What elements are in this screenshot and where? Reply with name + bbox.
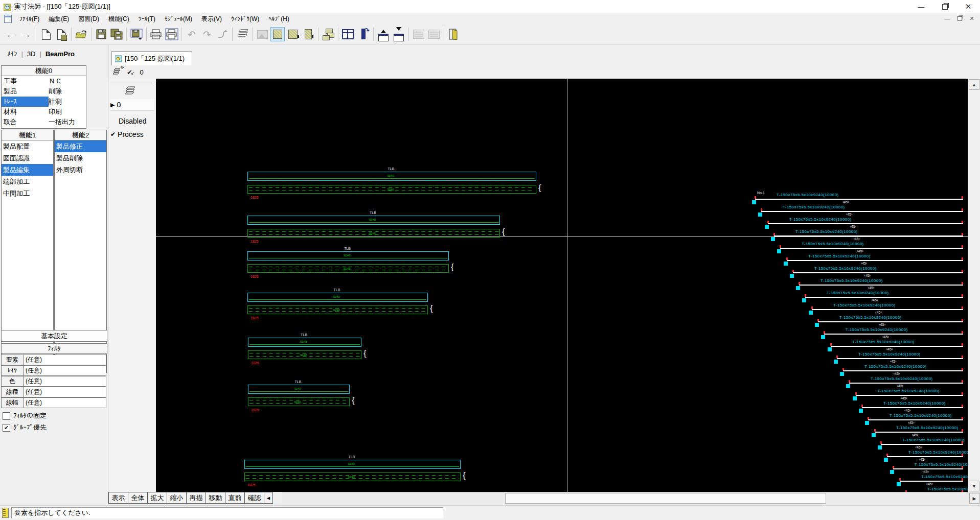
member-row-6-line[interactable] <box>793 272 963 273</box>
member-row-20-line[interactable] <box>881 444 963 445</box>
expand-up-icon[interactable] <box>376 27 391 42</box>
member-row-1-line[interactable] <box>761 211 963 212</box>
func0-item-削除[interactable]: 削除 <box>49 87 62 95</box>
command-collapse-button[interactable]: ◂ <box>264 492 273 504</box>
child-restore-button[interactable] <box>953 14 966 23</box>
beam-group-6-web[interactable]: 9240 <box>244 472 461 481</box>
member-row-10-line[interactable] <box>818 321 963 322</box>
child-minimize-button[interactable]: — <box>941 14 953 23</box>
func0-item-材料[interactable]: 材料 <box>2 107 49 117</box>
undo-icon[interactable]: ↶ <box>184 27 199 42</box>
canvas-vertical-scrollbar[interactable]: ▲ ▼ <box>968 79 980 492</box>
func0-item-一括出力[interactable]: 一括出力 <box>49 118 75 126</box>
list-item-外周切断[interactable]: 外周切断 <box>55 164 106 176</box>
layer-item-process[interactable]: ✔ Process <box>110 129 154 140</box>
minimize-button[interactable]: — <box>909 0 933 13</box>
menu-item-0[interactable]: ﾌｧｲﾙ(F) <box>15 14 44 23</box>
command-button-再描[interactable]: 再描 <box>186 492 206 504</box>
member-row-21-line[interactable] <box>887 456 963 457</box>
cascade-windows-icon[interactable] <box>321 27 336 42</box>
command-button-拡大[interactable]: 拡大 <box>147 492 167 504</box>
filter-value-field-線種[interactable]: (任意) <box>24 387 106 397</box>
close-button[interactable]: ✕ <box>956 0 980 13</box>
forward-icon[interactable]: → <box>18 27 34 42</box>
back-icon[interactable]: ← <box>3 27 18 42</box>
filter-value-field-線幅[interactable]: (任意) <box>24 397 106 408</box>
member-row-12-line[interactable] <box>831 346 963 347</box>
beam-group-3-flange[interactable]: 9240 <box>247 293 428 302</box>
member-row-11-line[interactable] <box>824 334 963 335</box>
filter-value-field-要素[interactable]: (任意) <box>24 354 106 365</box>
list-item-製品配置[interactable]: 製品配置 <box>2 140 53 152</box>
menu-item-7[interactable]: ｳｨﾝﾄﾞｳ(W) <box>226 14 264 23</box>
fill-region-icon[interactable] <box>270 27 285 42</box>
reroute-icon[interactable] <box>215 27 230 42</box>
member-row-3-line[interactable] <box>774 235 963 237</box>
open-folder-icon[interactable] <box>74 27 89 42</box>
menu-item-4[interactable]: ﾂｰﾙ(T) <box>134 14 160 23</box>
scroll-up-icon[interactable]: ▲ <box>969 79 979 90</box>
list-item-製品編集[interactable]: 製品編集 <box>2 164 53 176</box>
save-icon[interactable] <box>94 27 109 42</box>
beam-group-5-web[interactable]: 9240 <box>248 397 350 406</box>
child-window-icon[interactable] <box>4 15 12 23</box>
beam-group-4-flange[interactable]: 9240 <box>248 338 361 347</box>
snap-check-icon[interactable]: ✔↙ <box>127 68 134 76</box>
basic-settings-button[interactable]: 基本設定 <box>1 330 107 342</box>
new-document-icon[interactable] <box>38 27 54 42</box>
member-row-14-line[interactable] <box>843 370 963 371</box>
filter-value-field-色[interactable]: (任意) <box>24 376 106 387</box>
layer-item-disabled[interactable]: Disabled <box>119 115 154 127</box>
print-icon[interactable] <box>149 27 164 42</box>
command-button-縮小[interactable]: 縮小 <box>167 492 187 504</box>
command-button-確認[interactable]: 確認 <box>244 492 264 504</box>
func0-item-製品[interactable]: 製品 <box>2 86 49 97</box>
layer-item-current[interactable]: ▶ 0 <box>110 99 154 111</box>
menu-item-2[interactable]: 図面(D) <box>74 14 104 23</box>
layer-group-icon[interactable]: G <box>112 67 123 77</box>
tile-horizontal-icon[interactable]: ↷ <box>356 27 371 42</box>
member-row-5-line[interactable] <box>787 260 963 261</box>
list-item-図面認識[interactable]: 図面認識 <box>2 152 53 164</box>
filter-key-要素[interactable]: 要素 <box>1 354 24 365</box>
region-extend-icon[interactable] <box>301 27 316 42</box>
filter-key-ﾚｲﾔ[interactable]: ﾚｲﾔ <box>1 365 24 376</box>
tile-windows-icon[interactable] <box>340 27 356 42</box>
member-row-4-line[interactable] <box>780 248 963 249</box>
exit-door-icon[interactable] <box>446 27 462 42</box>
member-row-7-line[interactable] <box>799 285 963 286</box>
expand-down-icon[interactable] <box>391 27 406 42</box>
document-tab[interactable]: [150「125-原図(1/1) <box>111 51 192 65</box>
canvas-horizontal-scrollbar[interactable]: ▶ <box>282 492 980 505</box>
list-item-中間加工[interactable]: 中間加工 <box>2 187 53 199</box>
command-button-全体[interactable]: 全体 <box>128 492 148 504</box>
scroll-down-icon[interactable]: ▼ <box>969 481 979 491</box>
member-row-13-line[interactable] <box>837 358 963 359</box>
list-item-製品修正[interactable]: 製品修正 <box>55 140 106 152</box>
checkbox-ｸﾞﾙｰﾌﾟ優先[interactable]: ✔ <box>3 424 10 432</box>
member-row-23-line[interactable] <box>900 481 963 482</box>
member-row-15-line[interactable] <box>849 383 963 384</box>
list-item-端部加工[interactable]: 端部加工 <box>2 176 53 187</box>
filter-key-線種[interactable]: 線種 <box>1 387 24 397</box>
func0-item-ﾄﾚｰｽ[interactable]: ﾄﾚｰｽ <box>2 97 49 107</box>
save-all-icon[interactable] <box>109 27 124 42</box>
func0-item-印刷[interactable]: 印刷 <box>49 108 62 115</box>
func0-item-ＮＣ[interactable]: ＮＣ <box>49 77 62 85</box>
member-row-17-line[interactable] <box>862 407 963 408</box>
menu-item-8[interactable]: ﾍﾙﾌﾟ(H) <box>264 14 294 23</box>
child-close-button[interactable]: ✕ <box>966 14 978 23</box>
beam-group-4-web[interactable]: 9240 <box>248 350 361 359</box>
member-row-9-line[interactable] <box>812 309 963 310</box>
drawing-canvas[interactable]: TLB924092401825{TLB924092401825{TLB92409… <box>156 79 968 492</box>
scroll-right-icon[interactable]: ▶ <box>969 493 979 504</box>
restore-button[interactable] <box>933 0 956 13</box>
beam-group-1-web[interactable]: 9240 <box>247 229 500 238</box>
menu-item-1[interactable]: 編集(E) <box>44 14 74 23</box>
beam-group-2-flange[interactable]: 9240 <box>247 251 449 261</box>
beam-group-6-flange[interactable]: 9240 <box>244 460 461 469</box>
horizontal-scroll-thumb[interactable] <box>505 493 826 504</box>
command-button-表示[interactable]: 表示 <box>108 492 128 504</box>
func0-item-取合[interactable]: 取合 <box>2 117 49 127</box>
sidebar-tab-3D[interactable]: 3D <box>23 50 40 58</box>
